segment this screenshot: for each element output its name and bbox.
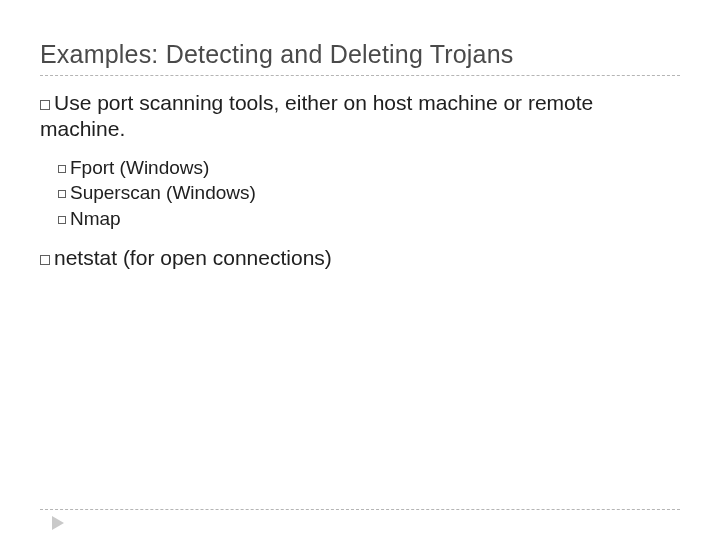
sub-bullet-group: Fport (Windows) Superscan (Windows) Nmap: [58, 155, 680, 232]
bullet-level1: Use port scanning tools, either on host …: [40, 90, 680, 143]
bullet-text: Fport (Windows): [70, 157, 209, 178]
slide: Examples: Detecting and Deleting Trojans…: [0, 0, 720, 540]
bullet-level1: netstat (for open connections): [40, 245, 680, 271]
bullet-level2: Nmap: [58, 206, 680, 232]
footer-arrow-icon: [52, 516, 66, 530]
square-bullet-icon: [58, 190, 66, 198]
slide-title: Examples: Detecting and Deleting Trojans: [40, 40, 680, 69]
square-bullet-icon: [58, 216, 66, 224]
bullet-text: netstat (for open connections): [54, 246, 332, 269]
bullet-level2: Fport (Windows): [58, 155, 680, 181]
bullet-text: Superscan (Windows): [70, 182, 256, 203]
square-bullet-icon: [40, 100, 50, 110]
bullet-text: Use port scanning tools, either on host …: [40, 91, 593, 140]
bullet-level2: Superscan (Windows): [58, 180, 680, 206]
bullet-text: Nmap: [70, 208, 121, 229]
title-divider: [40, 75, 680, 76]
footer-divider: [40, 509, 680, 510]
square-bullet-icon: [58, 165, 66, 173]
svg-marker-0: [52, 516, 64, 530]
square-bullet-icon: [40, 255, 50, 265]
